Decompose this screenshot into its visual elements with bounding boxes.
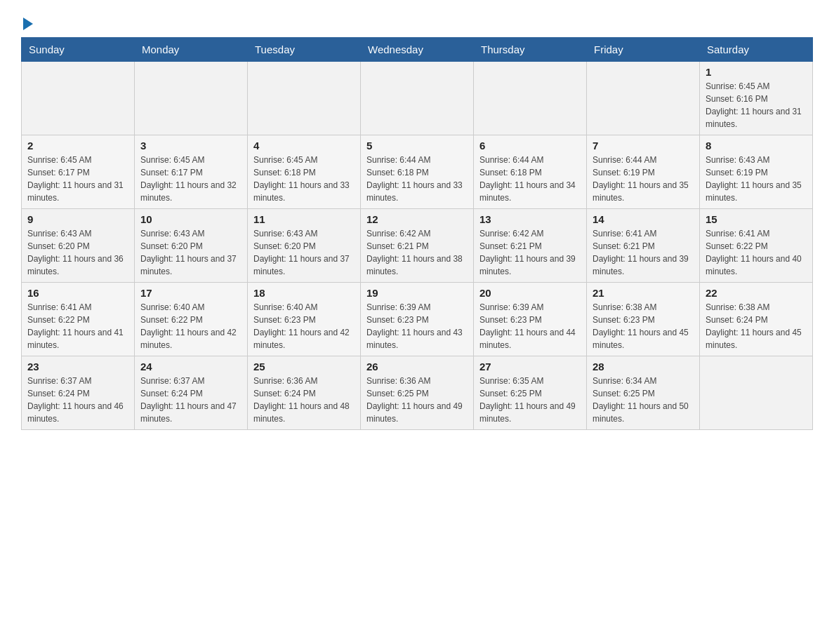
calendar-cell: 3Sunrise: 6:45 AM Sunset: 6:17 PM Daylig…: [135, 135, 248, 209]
day-info: Sunrise: 6:43 AM Sunset: 6:20 PM Dayligh…: [27, 227, 128, 278]
day-info: Sunrise: 6:37 AM Sunset: 6:24 PM Dayligh…: [140, 375, 241, 425]
calendar-cell: 4Sunrise: 6:45 AM Sunset: 6:18 PM Daylig…: [248, 135, 361, 209]
calendar-cell: [135, 62, 248, 135]
calendar-cell: 23Sunrise: 6:37 AM Sunset: 6:24 PM Dayli…: [22, 356, 135, 430]
day-info: Sunrise: 6:45 AM Sunset: 6:16 PM Dayligh…: [706, 80, 807, 130]
day-number: 25: [253, 361, 355, 373]
calendar-cell: 24Sunrise: 6:37 AM Sunset: 6:24 PM Dayli…: [135, 356, 248, 430]
calendar-cell: 5Sunrise: 6:44 AM Sunset: 6:18 PM Daylig…: [361, 135, 474, 209]
day-number: 27: [479, 361, 581, 373]
day-number: 2: [27, 140, 128, 152]
day-number: 10: [140, 213, 241, 225]
calendar-cell: 27Sunrise: 6:35 AM Sunset: 6:25 PM Dayli…: [474, 356, 587, 430]
calendar-cell: 26Sunrise: 6:36 AM Sunset: 6:25 PM Dayli…: [361, 356, 474, 430]
day-number: 23: [27, 361, 128, 373]
day-number: 20: [479, 287, 581, 299]
day-info: Sunrise: 6:41 AM Sunset: 6:21 PM Dayligh…: [593, 227, 694, 278]
day-info: Sunrise: 6:45 AM Sunset: 6:18 PM Dayligh…: [253, 154, 355, 204]
day-number: 13: [479, 213, 581, 225]
calendar-cell: 14Sunrise: 6:41 AM Sunset: 6:21 PM Dayli…: [587, 209, 700, 283]
day-info: Sunrise: 6:44 AM Sunset: 6:19 PM Dayligh…: [593, 154, 694, 204]
day-info: Sunrise: 6:37 AM Sunset: 6:24 PM Dayligh…: [27, 375, 128, 425]
calendar-cell: 8Sunrise: 6:43 AM Sunset: 6:19 PM Daylig…: [700, 135, 813, 209]
calendar-cell: 17Sunrise: 6:40 AM Sunset: 6:22 PM Dayli…: [135, 283, 248, 356]
day-number: 9: [27, 213, 128, 225]
day-number: 16: [27, 287, 128, 299]
calendar-cell: 22Sunrise: 6:38 AM Sunset: 6:24 PM Dayli…: [700, 283, 813, 356]
day-number: 24: [140, 361, 241, 373]
day-info: Sunrise: 6:38 AM Sunset: 6:23 PM Dayligh…: [593, 301, 694, 351]
day-info: Sunrise: 6:40 AM Sunset: 6:23 PM Dayligh…: [253, 301, 355, 351]
calendar-cell: 7Sunrise: 6:44 AM Sunset: 6:19 PM Daylig…: [587, 135, 700, 209]
day-info: Sunrise: 6:40 AM Sunset: 6:22 PM Dayligh…: [140, 301, 241, 351]
calendar-cell: 15Sunrise: 6:41 AM Sunset: 6:22 PM Dayli…: [700, 209, 813, 283]
calendar-cell: 25Sunrise: 6:36 AM Sunset: 6:24 PM Dayli…: [248, 356, 361, 430]
day-number: 22: [706, 287, 807, 299]
day-info: Sunrise: 6:41 AM Sunset: 6:22 PM Dayligh…: [27, 301, 128, 351]
day-number: 3: [140, 140, 241, 152]
day-number: 5: [366, 140, 468, 152]
calendar-cell: [587, 62, 700, 135]
calendar-cell: [474, 62, 587, 135]
calendar-cell: 6Sunrise: 6:44 AM Sunset: 6:18 PM Daylig…: [474, 135, 587, 209]
calendar-cell: 9Sunrise: 6:43 AM Sunset: 6:20 PM Daylig…: [22, 209, 135, 283]
calendar-cell: 18Sunrise: 6:40 AM Sunset: 6:23 PM Dayli…: [248, 283, 361, 356]
day-number: 14: [593, 213, 694, 225]
calendar-cell: 1Sunrise: 6:45 AM Sunset: 6:16 PM Daylig…: [700, 62, 813, 135]
day-number: 1: [706, 66, 807, 78]
day-number: 21: [593, 287, 694, 299]
calendar-cell: 28Sunrise: 6:34 AM Sunset: 6:25 PM Dayli…: [587, 356, 700, 430]
day-number: 19: [366, 287, 468, 299]
calendar-cell: 13Sunrise: 6:42 AM Sunset: 6:21 PM Dayli…: [474, 209, 587, 283]
day-info: Sunrise: 6:43 AM Sunset: 6:20 PM Dayligh…: [140, 227, 241, 278]
header-wednesday: Wednesday: [361, 38, 474, 62]
calendar-cell: [700, 356, 813, 430]
day-number: 15: [706, 213, 807, 225]
day-info: Sunrise: 6:42 AM Sunset: 6:21 PM Dayligh…: [479, 227, 581, 278]
day-number: 17: [140, 287, 241, 299]
day-info: Sunrise: 6:42 AM Sunset: 6:21 PM Dayligh…: [366, 227, 468, 278]
day-number: 18: [253, 287, 355, 299]
calendar-cell: 12Sunrise: 6:42 AM Sunset: 6:21 PM Dayli…: [361, 209, 474, 283]
day-info: Sunrise: 6:45 AM Sunset: 6:17 PM Dayligh…: [140, 154, 241, 204]
calendar-week-row: 1Sunrise: 6:45 AM Sunset: 6:16 PM Daylig…: [22, 62, 813, 135]
day-number: 6: [479, 140, 581, 152]
header-friday: Friday: [587, 38, 700, 62]
day-info: Sunrise: 6:35 AM Sunset: 6:25 PM Dayligh…: [479, 375, 581, 425]
day-info: Sunrise: 6:44 AM Sunset: 6:18 PM Dayligh…: [366, 154, 468, 204]
header-monday: Monday: [135, 38, 248, 62]
day-info: Sunrise: 6:43 AM Sunset: 6:19 PM Dayligh…: [706, 154, 807, 204]
page-header: [21, 14, 813, 30]
day-number: 26: [366, 361, 468, 373]
day-info: Sunrise: 6:34 AM Sunset: 6:25 PM Dayligh…: [593, 375, 694, 425]
header-thursday: Thursday: [474, 38, 587, 62]
calendar-cell: [248, 62, 361, 135]
logo: [21, 18, 33, 30]
header-tuesday: Tuesday: [248, 38, 361, 62]
day-number: 8: [706, 140, 807, 152]
calendar-cell: 11Sunrise: 6:43 AM Sunset: 6:20 PM Dayli…: [248, 209, 361, 283]
calendar-header-row: SundayMondayTuesdayWednesdayThursdayFrid…: [22, 38, 813, 62]
day-info: Sunrise: 6:45 AM Sunset: 6:17 PM Dayligh…: [27, 154, 128, 204]
day-number: 11: [253, 213, 355, 225]
day-info: Sunrise: 6:36 AM Sunset: 6:25 PM Dayligh…: [366, 375, 468, 425]
calendar-week-row: 16Sunrise: 6:41 AM Sunset: 6:22 PM Dayli…: [22, 283, 813, 356]
day-info: Sunrise: 6:41 AM Sunset: 6:22 PM Dayligh…: [706, 227, 807, 278]
day-info: Sunrise: 6:43 AM Sunset: 6:20 PM Dayligh…: [253, 227, 355, 278]
day-number: 7: [593, 140, 694, 152]
day-info: Sunrise: 6:38 AM Sunset: 6:24 PM Dayligh…: [706, 301, 807, 351]
calendar-cell: 2Sunrise: 6:45 AM Sunset: 6:17 PM Daylig…: [22, 135, 135, 209]
day-info: Sunrise: 6:39 AM Sunset: 6:23 PM Dayligh…: [479, 301, 581, 351]
day-number: 12: [366, 213, 468, 225]
calendar-table: SundayMondayTuesdayWednesdayThursdayFrid…: [21, 37, 813, 430]
day-info: Sunrise: 6:39 AM Sunset: 6:23 PM Dayligh…: [366, 301, 468, 351]
day-info: Sunrise: 6:44 AM Sunset: 6:18 PM Dayligh…: [479, 154, 581, 204]
calendar-cell: 21Sunrise: 6:38 AM Sunset: 6:23 PM Dayli…: [587, 283, 700, 356]
calendar-cell: 10Sunrise: 6:43 AM Sunset: 6:20 PM Dayli…: [135, 209, 248, 283]
calendar-cell: 20Sunrise: 6:39 AM Sunset: 6:23 PM Dayli…: [474, 283, 587, 356]
day-number: 4: [253, 140, 355, 152]
header-sunday: Sunday: [22, 38, 135, 62]
calendar-week-row: 9Sunrise: 6:43 AM Sunset: 6:20 PM Daylig…: [22, 209, 813, 283]
calendar-cell: 16Sunrise: 6:41 AM Sunset: 6:22 PM Dayli…: [22, 283, 135, 356]
calendar-cell: 19Sunrise: 6:39 AM Sunset: 6:23 PM Dayli…: [361, 283, 474, 356]
